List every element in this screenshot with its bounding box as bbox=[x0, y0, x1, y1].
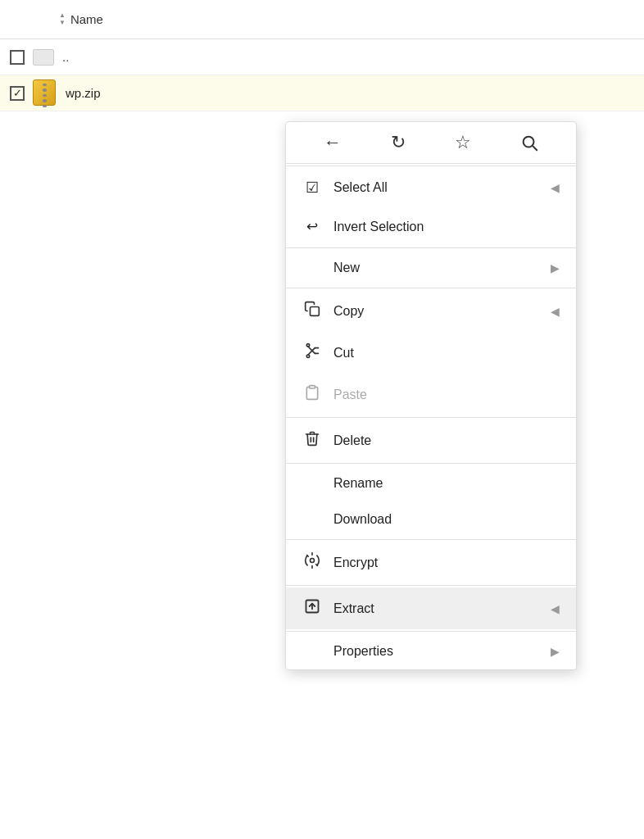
select-all-arrow: ◀ bbox=[551, 181, 560, 194]
new-arrow: ▶ bbox=[551, 261, 560, 274]
delete-item[interactable]: Delete bbox=[286, 420, 576, 461]
select-all-label: Select All bbox=[333, 180, 539, 195]
copy-item[interactable]: Copy ◀ bbox=[286, 290, 576, 332]
extract-icon bbox=[302, 598, 322, 619]
svg-line-1 bbox=[533, 146, 537, 150]
divider-5 bbox=[286, 539, 576, 540]
download-item[interactable]: Download bbox=[286, 501, 576, 537]
divider-7 bbox=[286, 631, 576, 632]
divider-3 bbox=[286, 417, 576, 418]
cut-label: Cut bbox=[333, 346, 560, 361]
svg-rect-2 bbox=[311, 307, 320, 316]
parent-checkbox[interactable] bbox=[10, 50, 25, 65]
file-manager: Name .. ✓ wp.zip ← ↻ bbox=[0, 0, 644, 839]
svg-line-5 bbox=[308, 347, 315, 353]
invert-selection-label: Invert Selection bbox=[333, 220, 560, 234]
refresh-button[interactable]: ↻ bbox=[391, 132, 406, 153]
wp-zip-filename: wp.zip bbox=[66, 86, 101, 100]
properties-arrow: ▶ bbox=[551, 645, 560, 658]
search-button[interactable] bbox=[520, 134, 538, 152]
invert-selection-item[interactable]: ↩ Invert Selection bbox=[286, 207, 576, 246]
paste-icon bbox=[302, 384, 322, 405]
copy-label: Copy bbox=[333, 304, 539, 319]
back-button[interactable]: ← bbox=[324, 132, 342, 153]
parent-folder-row[interactable]: .. bbox=[0, 39, 644, 75]
encrypt-item[interactable]: Encrypt bbox=[286, 542, 576, 583]
copy-icon bbox=[302, 301, 322, 321]
star-button[interactable]: ☆ bbox=[455, 132, 471, 153]
svg-rect-9 bbox=[310, 386, 315, 388]
paste-label: Paste bbox=[333, 388, 560, 402]
delete-icon bbox=[302, 430, 322, 451]
encrypt-icon bbox=[302, 552, 322, 573]
cut-item[interactable]: Cut bbox=[286, 332, 576, 374]
parent-folder-name: .. bbox=[62, 50, 69, 64]
context-menu: ← ↻ ☆ ☑ Select All ◀ ↩ Invert Selection bbox=[285, 121, 577, 670]
context-menu-toolbar: ← ↻ ☆ bbox=[286, 122, 576, 164]
divider-0 bbox=[286, 166, 576, 166]
invert-selection-icon: ↩ bbox=[302, 218, 322, 235]
delete-label: Delete bbox=[333, 433, 560, 448]
rename-label: Rename bbox=[333, 476, 560, 491]
wp-zip-row[interactable]: ✓ wp.zip bbox=[0, 75, 644, 111]
divider-2 bbox=[286, 288, 576, 288]
extract-label: Extract bbox=[333, 601, 539, 616]
svg-line-6 bbox=[308, 348, 315, 355]
new-label: New bbox=[333, 261, 539, 275]
table-header: Name bbox=[0, 0, 644, 39]
encrypt-label: Encrypt bbox=[333, 556, 560, 570]
properties-item[interactable]: Properties ▶ bbox=[286, 633, 576, 669]
paste-item[interactable]: Paste bbox=[286, 374, 576, 415]
properties-label: Properties bbox=[333, 644, 539, 659]
cut-icon bbox=[302, 342, 322, 363]
zip-file-icon bbox=[33, 79, 57, 107]
svg-point-10 bbox=[311, 559, 315, 563]
sort-icon bbox=[59, 12, 66, 26]
divider-6 bbox=[286, 585, 576, 586]
folder-icon bbox=[33, 49, 54, 66]
wp-zip-checkbox[interactable]: ✓ bbox=[10, 86, 25, 101]
extract-item[interactable]: Extract ◀ bbox=[286, 587, 576, 629]
extract-arrow: ◀ bbox=[551, 602, 560, 615]
divider-1 bbox=[286, 247, 576, 248]
name-column-header: Name bbox=[59, 12, 103, 26]
name-header-label: Name bbox=[70, 12, 103, 26]
select-all-item[interactable]: ☑ Select All ◀ bbox=[286, 168, 576, 207]
copy-arrow: ◀ bbox=[551, 305, 560, 318]
new-item[interactable]: New ▶ bbox=[286, 250, 576, 286]
rename-item[interactable]: Rename bbox=[286, 465, 576, 501]
select-all-icon: ☑ bbox=[302, 179, 322, 197]
divider-4 bbox=[286, 463, 576, 464]
download-label: Download bbox=[333, 512, 560, 527]
